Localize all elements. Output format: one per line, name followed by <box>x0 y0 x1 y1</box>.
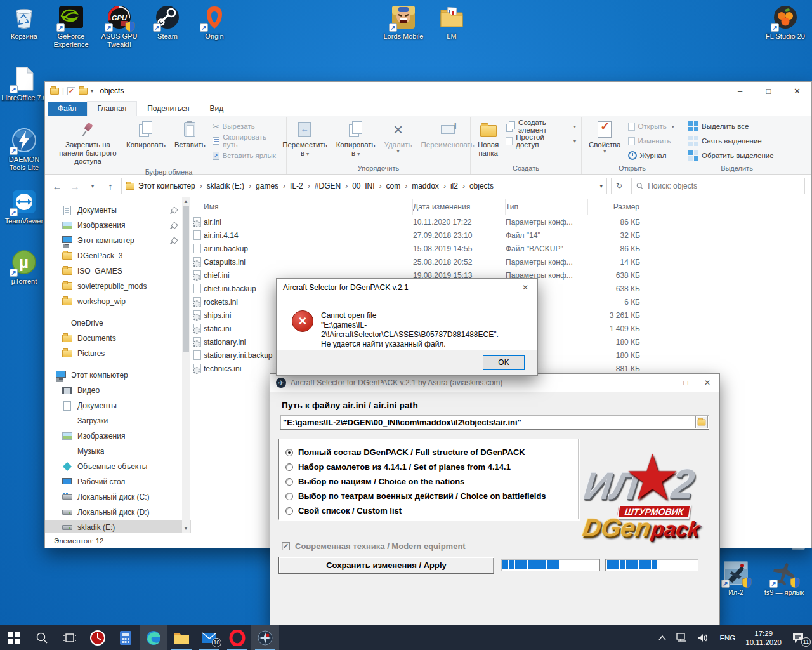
refresh-button[interactable]: ↻ <box>611 178 627 194</box>
radio-option[interactable]: Выбор по нациям / Choice on the nations <box>285 474 579 489</box>
tray-chevron-button[interactable] <box>655 625 670 650</box>
sidebar-item[interactable]: Документы <box>45 202 191 218</box>
select-none-button[interactable]: Снять выделение <box>686 135 776 147</box>
breadcrumb-item[interactable]: games <box>256 182 290 190</box>
search-box[interactable] <box>631 178 805 194</box>
breadcrumb-item[interactable]: Этот компьютер <box>138 182 207 190</box>
sidebar-item[interactable]: sovietrepublic_mods <box>45 279 191 294</box>
close-button[interactable]: ✕ <box>783 82 811 100</box>
sidebar-item[interactable]: Видео <box>45 383 191 398</box>
selector-titlebar[interactable]: ✈ Aircraft Selector for DGenPACK v.2.1 b… <box>270 374 719 392</box>
address-dropdown-icon[interactable]: ▾ <box>599 183 603 189</box>
paste-button[interactable]: Вставить <box>170 117 210 150</box>
copy-button[interactable]: Копировать <box>122 117 170 150</box>
sidebar-item[interactable]: OneDrive <box>45 315 191 331</box>
volume-status[interactable] <box>694 625 713 650</box>
radio-button[interactable] <box>285 493 293 500</box>
desktop-icon-gpu-tweak[interactable]: GPU ↗ ASUS GPU TweakII <box>95 4 143 49</box>
minimize-button[interactable]: – <box>653 375 675 390</box>
sidebar-item[interactable]: Загрузки <box>45 413 191 428</box>
maximize-button[interactable]: □ <box>754 82 783 100</box>
network-status[interactable] <box>672 625 691 650</box>
tab-home[interactable]: Главная <box>87 101 138 116</box>
scroll-down-icon[interactable]: ▼ <box>182 526 190 531</box>
desktop-icon-steam[interactable]: ↗ Steam <box>143 4 192 41</box>
sidebar-item[interactable]: Documents <box>45 331 191 346</box>
sidebar-item[interactable]: Этот компьютер <box>45 233 191 248</box>
breadcrumb-item[interactable]: maddox <box>412 182 450 190</box>
file-row[interactable]: air.ini.backup 15.08.2019 14:55 Файл "BA… <box>191 242 811 255</box>
cut-button[interactable]: ✂ Вырезать <box>210 120 284 133</box>
copy-to-button[interactable]: Копировать в <box>332 117 380 159</box>
taskbar-explorer-button[interactable] <box>167 625 195 650</box>
desktop-icon-geforce[interactable]: ↗ GeForce Experience <box>47 4 95 49</box>
sidebar-item[interactable]: Изображения <box>45 428 191 444</box>
sidebar-item[interactable]: Локальный диск (D:) <box>45 505 191 520</box>
scrollbar-thumb[interactable] <box>183 206 189 352</box>
file-row[interactable]: air.ini 10.11.2020 17:22 Параметры конф.… <box>191 215 811 229</box>
file-row[interactable]: air.ini.4.14 27.09.2018 23:10 Файл "14" … <box>191 229 811 242</box>
forward-button[interactable]: → <box>68 181 82 192</box>
sidebar-item[interactable]: DGenPack_3 <box>45 248 191 263</box>
recent-locations-icon[interactable]: ▾ <box>86 183 100 189</box>
radio-button[interactable] <box>285 478 293 486</box>
column-header-size[interactable]: Размер <box>588 199 646 215</box>
desktop-icon-teamviewer[interactable]: ↗ TeamViewer <box>0 189 48 225</box>
folder-icon[interactable] <box>50 88 59 95</box>
sidebar-item[interactable]: Рабочий стол <box>45 474 191 489</box>
explorer-titlebar[interactable]: | ✓ ▾ objects – □ ✕ <box>45 82 811 100</box>
radio-button[interactable] <box>285 449 293 456</box>
sidebar-item[interactable]: Локальный диск (C:) <box>45 489 191 505</box>
edit-button[interactable]: Изменить <box>625 135 677 147</box>
desktop-icon-lords-mobile[interactable]: ↗ Lords Mobile <box>379 4 428 41</box>
sidebar-scrollbar[interactable]: ▲ ▼ <box>182 197 190 533</box>
invert-selection-button[interactable]: Обратить выделение <box>686 149 776 162</box>
ok-button[interactable]: OK <box>483 355 525 370</box>
new-folder-icon[interactable] <box>79 88 88 95</box>
copy-path-button[interactable]: Скопировать путь <box>210 135 284 147</box>
properties-icon[interactable]: ✓ <box>67 87 75 95</box>
sidebar-item[interactable]: ISO_GAMES <box>45 263 191 279</box>
up-button[interactable]: ↑ <box>103 181 117 192</box>
select-all-button[interactable]: Выделить все <box>686 120 776 133</box>
desktop-icon-origin[interactable]: ↗ Origin <box>190 4 239 41</box>
sidebar-item[interactable]: Музыка <box>45 444 191 459</box>
sidebar-item[interactable]: Этот компьютер <box>45 368 191 383</box>
checkbox-checked-icon[interactable]: ✓ <box>282 542 290 550</box>
desktop-icon-utorrent[interactable]: µ ↗ µTorrent <box>0 249 48 286</box>
desktop-icon-lm-folder[interactable]: LM <box>428 4 476 41</box>
taskbar-clock[interactable]: 17:29 10.11.2020 <box>742 625 785 650</box>
column-header-name[interactable]: Имя <box>191 199 413 215</box>
radio-button[interactable] <box>285 463 293 471</box>
breadcrumb-item[interactable]: 00_INI <box>352 182 386 190</box>
maximize-button[interactable]: □ <box>675 375 697 390</box>
start-button[interactable] <box>0 625 28 650</box>
breadcrumb[interactable]: Этот компьютерskladik (E:)gamesIL-2#DGEN… <box>121 178 607 194</box>
paste-shortcut-button[interactable]: Вставить ярлык <box>210 149 284 162</box>
properties-button[interactable]: Свойства ▾ <box>584 117 625 156</box>
taskbar-edge-button[interactable] <box>140 625 167 650</box>
breadcrumb-item[interactable]: il2 <box>450 182 469 190</box>
air-ini-path-input[interactable] <box>280 418 695 427</box>
tab-file[interactable]: Файл <box>48 102 87 116</box>
desktop-icon-libreoffice[interactable]: ↗ LibreOffice 7.0 <box>0 65 48 102</box>
tab-share[interactable]: Поделиться <box>137 102 199 116</box>
taskbar-mail-button[interactable]: 10 <box>195 625 223 650</box>
apply-button[interactable]: Сохранить изменения / Apply <box>278 557 494 574</box>
history-button[interactable]: Журнал <box>625 149 677 162</box>
sidebar-item[interactable]: skladik (E:) <box>45 520 191 533</box>
desktop-icon-fl-studio[interactable]: ↗ FL Studio 20 <box>761 4 809 41</box>
sidebar-item[interactable]: Объемные объекты <box>45 459 191 474</box>
taskbar-aircraft-selector-button[interactable] <box>251 625 279 650</box>
minimize-button[interactable]: – <box>726 82 754 100</box>
browse-button[interactable] <box>695 416 708 428</box>
close-button[interactable]: ✕ <box>697 375 718 390</box>
radio-option[interactable]: Полный состав DGenPACK / Full structure … <box>285 445 579 460</box>
column-header-type[interactable]: Тип <box>506 199 588 215</box>
breadcrumb-item[interactable]: skladik (E:) <box>207 182 256 190</box>
radio-option[interactable]: Выбор по театрам военных действий / Choi… <box>285 489 579 503</box>
taskbar-calculator-button[interactable] <box>112 625 140 650</box>
modern-equipment-checkbox-row[interactable]: ✓ Современная техника / Modern equipment <box>282 541 466 551</box>
taskbar-opera-button[interactable] <box>223 625 251 650</box>
taskbar-search-button[interactable] <box>28 625 56 650</box>
